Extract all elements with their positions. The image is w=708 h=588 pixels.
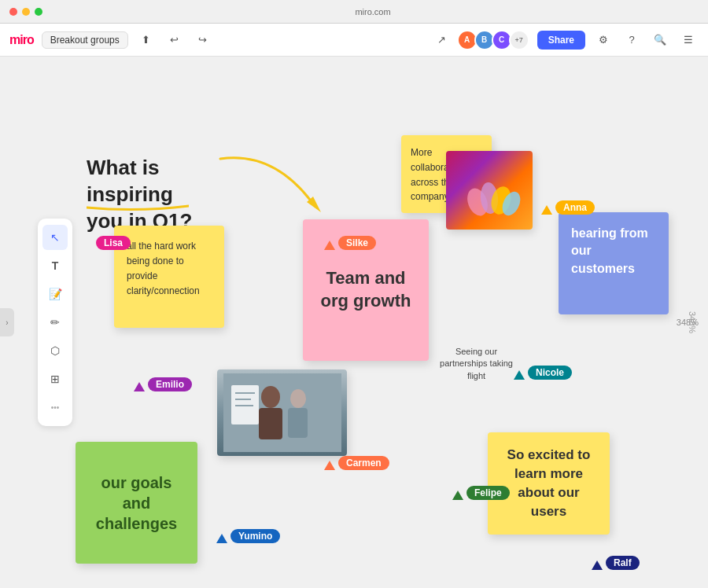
cursor-triangle-ralf	[592, 560, 603, 570]
image-hands[interactable]	[446, 151, 533, 230]
cursor-felipe: Felipe	[452, 486, 510, 500]
main-heading-text: What is inspiring you in Q1?	[87, 156, 192, 233]
help-button[interactable]: ?	[621, 30, 642, 50]
svg-point-7	[290, 389, 306, 408]
sticky-green-text: our goals and challenges	[88, 472, 185, 534]
cursor-triangle-anna	[541, 205, 552, 215]
name-pill-felipe: Felipe	[466, 486, 510, 500]
name-pill-lisa: Lisa	[96, 236, 131, 250]
more-icon: •••	[51, 403, 60, 412]
svg-point-5	[261, 386, 280, 408]
name-pill-silke: Silke	[338, 236, 376, 250]
export-button[interactable]: ⬆	[136, 30, 157, 50]
zoom-level: 348%	[688, 311, 697, 333]
image-office[interactable]	[217, 369, 347, 456]
pen-icon: ✏	[50, 316, 60, 329]
redo-button[interactable]: ↪	[193, 30, 213, 50]
name-pill-ralf: Ralf	[606, 556, 640, 570]
cursor-triangle-nicole	[514, 370, 525, 380]
pen-tool[interactable]: ✏	[42, 310, 68, 335]
cursor-carmen: Carmen	[324, 456, 389, 470]
miro-toolbar: miro Breakout groups ⬆ ↩ ↪ ↗ A B C +7 Sh…	[0, 24, 708, 57]
cursor-triangle-silke	[324, 241, 335, 250]
more-tools-button[interactable]: •••	[42, 395, 68, 420]
sticky-green-goals[interactable]: our goals and challenges	[76, 442, 197, 564]
share-button[interactable]: Share	[537, 31, 585, 50]
text-tool[interactable]: T	[42, 253, 68, 278]
undo-button[interactable]: ↩	[164, 30, 185, 50]
menu-button[interactable]: ☰	[678, 30, 699, 50]
url-bar: miro.com	[355, 7, 390, 17]
traffic-light-yellow[interactable]	[22, 8, 30, 16]
frames-icon: ⊞	[50, 373, 60, 385]
chevron-right-icon: ›	[6, 318, 8, 327]
traffic-light-green[interactable]	[35, 8, 42, 16]
cursor-triangle-carmen	[324, 461, 335, 470]
avatar-group: A B C +7	[460, 30, 529, 50]
browser-chrome: miro.com	[0, 0, 708, 24]
menu-icon: ☰	[684, 34, 693, 46]
search-icon: 🔍	[654, 34, 666, 46]
name-pill-emilio: Emilio	[148, 377, 192, 391]
cursor-lisa: Lisa	[93, 236, 131, 250]
cursor-anna: Anna	[541, 200, 595, 215]
search-button[interactable]: 🔍	[650, 30, 670, 50]
cursor-ralf: Ralf	[592, 556, 640, 570]
name-pill-nicole: Nicole	[528, 366, 572, 380]
sticky-yellow-users-text: So excited to learn more about our users	[499, 446, 599, 520]
heading-underline	[87, 203, 189, 212]
board-settings-button[interactable]: ⚙	[593, 30, 614, 50]
office-image	[217, 369, 347, 456]
redo-icon: ↪	[198, 34, 207, 46]
sticky-tool[interactable]: 📝	[42, 281, 68, 307]
sticky-lisa-text: all the hard work being done to provide …	[127, 241, 200, 296]
export-icon: ⬆	[142, 34, 150, 46]
cursor-tool-icon: ↖	[50, 231, 60, 244]
shapes-tool[interactable]: ⬡	[42, 338, 68, 363]
cursor-tool-button[interactable]: ↗	[432, 30, 452, 50]
undo-icon: ↩	[170, 34, 179, 46]
left-tools-sidebar: ↖ T 📝 ✏ ⬡ ⊞ •••	[38, 219, 72, 426]
sticky-blue-hearing[interactable]: hearing from our customers	[559, 212, 669, 314]
canvas[interactable]: › ↖ T 📝 ✏ ⬡ ⊞ ••• What is inspiring you …	[0, 57, 708, 588]
sticky-blue-text: hearing from our customers	[571, 226, 648, 275]
cursor-emilio: Emilio	[134, 377, 192, 391]
traffic-light-red[interactable]	[9, 8, 17, 16]
svg-rect-8	[288, 408, 308, 438]
hands-image	[446, 151, 533, 230]
svg-rect-6	[259, 408, 282, 439]
cursor-silke: Silke	[324, 236, 376, 250]
select-tool[interactable]: ↖	[42, 225, 68, 250]
avatar-overflow: +7	[509, 30, 529, 50]
name-pill-carmen: Carmen	[338, 456, 389, 470]
shapes-icon: ⬡	[50, 344, 60, 357]
breadcrumb-button[interactable]: Breakout groups	[42, 31, 128, 49]
partnerships-text: Seeing our partnerships taking flight	[440, 347, 513, 380]
miro-logo: miro	[9, 33, 34, 47]
frames-tool[interactable]: ⊞	[42, 366, 68, 391]
cursor-nicole: Nicole	[514, 366, 572, 380]
sticky-icon: 📝	[49, 288, 62, 300]
settings-icon: ⚙	[599, 34, 608, 46]
sticky-pink-text: Team and org growth	[315, 267, 416, 312]
name-pill-yumino: Yumino	[230, 529, 280, 543]
cursor-icon: ↗	[437, 34, 446, 46]
sticky-yellow-users[interactable]: So excited to learn more about our users	[488, 432, 610, 535]
left-panel-toggle[interactable]: ›	[0, 308, 14, 336]
text-icon: T	[52, 259, 59, 272]
cursor-yumino: Yumino	[216, 529, 280, 543]
help-icon: ?	[629, 34, 634, 46]
text-note-partnerships: Seeing our partnerships taking flight	[439, 346, 514, 382]
cursor-triangle-felipe	[452, 491, 463, 500]
name-pill-anna: Anna	[555, 200, 595, 215]
cursor-triangle-emilio	[134, 382, 145, 391]
cursor-triangle-yumino	[216, 534, 227, 543]
